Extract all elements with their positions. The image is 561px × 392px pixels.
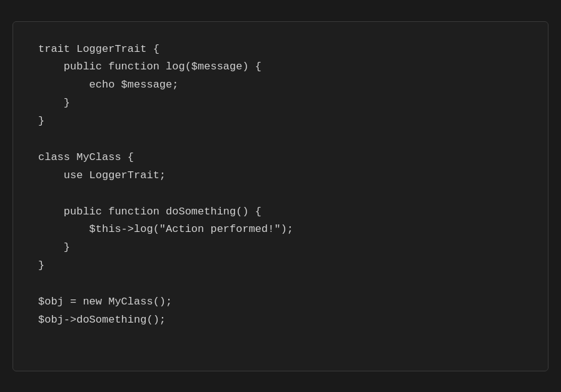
code-content: trait LoggerTrait { public function log(…	[38, 41, 523, 329]
code-editor-container: trait LoggerTrait { public function log(…	[13, 21, 548, 371]
